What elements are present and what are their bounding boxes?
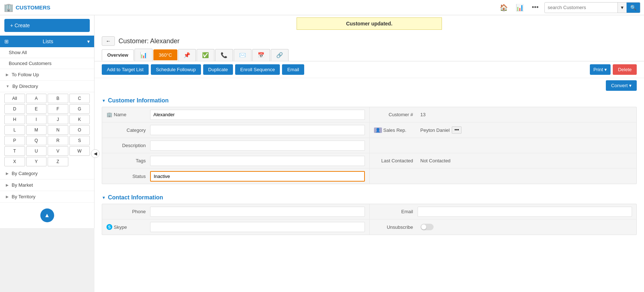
duplicate-button[interactable]: Duplicate <box>203 64 233 75</box>
sidebar-item-by-category[interactable]: By Category <box>0 168 94 179</box>
phone-input[interactable] <box>150 207 365 217</box>
enroll-sequence-button[interactable]: Enroll Sequence <box>235 64 280 75</box>
chart-button[interactable]: 📊 <box>514 3 526 12</box>
dir-btn-all[interactable]: All <box>4 94 25 103</box>
email-input[interactable] <box>418 207 632 217</box>
dir-btn-r[interactable]: R <box>48 136 68 145</box>
dir-btn-s[interactable]: S <box>69 136 90 145</box>
sidebar-item-by-directory[interactable]: By Directory <box>0 81 94 92</box>
back-button[interactable]: ← <box>102 36 115 46</box>
dir-btn-n[interactable]: N <box>48 125 68 135</box>
directory-grid: All A B C D E F G H I J K L M N O P <box>0 92 94 168</box>
dir-btn-h[interactable]: H <box>4 115 25 124</box>
more-button[interactable]: ••• <box>530 3 541 12</box>
action-bar: Add to Target List Schedule Followup Dup… <box>94 61 644 78</box>
sidebar-lists-label: Lists <box>43 38 53 44</box>
customer-info-grid: 🏢 Name Customer # 13 Category <box>102 107 637 184</box>
sidebar-lists-section[interactable]: ⊞ Lists ▾ <box>0 36 94 47</box>
sidebar-item-bounced[interactable]: Bounced Customers <box>0 58 94 69</box>
customer-info-title[interactable]: Customer Information <box>102 93 637 107</box>
dir-btn-m[interactable]: M <box>26 125 47 135</box>
add-to-target-button[interactable]: Add to Target List <box>102 64 149 75</box>
email-button[interactable]: Email <box>282 64 304 75</box>
phone-left-col: Phone <box>102 204 369 219</box>
tags-label: Tags <box>106 158 150 163</box>
tab-overview[interactable]: Overview <box>102 49 134 61</box>
tab-phone[interactable]: 📞 <box>215 49 233 61</box>
dir-btn-v[interactable]: V <box>48 146 68 156</box>
customer-information-section: Customer Information 🏢 Name Customer # 1… <box>94 93 644 190</box>
dir-btn-e[interactable]: E <box>26 104 47 114</box>
sidebar-collapse-button[interactable]: ◀ <box>91 149 100 158</box>
tab-chart[interactable]: 📊 <box>134 49 153 61</box>
sales-rep-name: Peyton Daniel <box>420 127 450 133</box>
contact-information-section: Contact Information Phone Email <box>94 190 644 241</box>
status-input[interactable] <box>150 171 365 182</box>
dir-btn-j[interactable]: J <box>48 115 68 124</box>
unsubscribe-toggle-control[interactable] <box>420 224 434 230</box>
tabs-bar: Overview 📊 360°C 📌 ✅ 📞 ✉️ 📅 🔗 <box>94 46 644 61</box>
name-row: 🏢 Name Customer # 13 <box>102 107 636 122</box>
tab-360[interactable]: 360°C <box>153 49 177 60</box>
schedule-followup-button[interactable]: Schedule Followup <box>151 64 201 75</box>
sales-rep-more-button[interactable]: ••• <box>452 126 462 134</box>
status-right-col <box>369 169 637 184</box>
skype-label: S Skype <box>106 224 150 230</box>
page-header: ← Customer: Alexander <box>94 32 644 46</box>
dir-btn-d[interactable]: D <box>4 104 25 114</box>
dir-btn-z[interactable]: Z <box>48 157 68 166</box>
convert-bar: Convert ▾ <box>94 78 644 93</box>
dir-btn-x[interactable]: X <box>4 157 25 166</box>
unsubscribe-right-col: Unsubscribe <box>369 219 637 235</box>
skype-input[interactable] <box>150 222 365 232</box>
dir-btn-f[interactable]: F <box>48 104 68 114</box>
dir-btn-c[interactable]: C <box>69 94 90 103</box>
dir-btn-y[interactable]: Y <box>26 157 47 166</box>
description-right-col <box>369 138 637 153</box>
dir-btn-w[interactable]: W <box>69 146 90 156</box>
tab-mail[interactable]: ✉️ <box>234 49 251 61</box>
category-input[interactable] <box>150 125 365 135</box>
skype-left-col: S Skype <box>102 219 369 235</box>
delete-button[interactable]: Delete <box>613 64 637 75</box>
dir-btn-p[interactable]: P <box>4 136 25 145</box>
tab-calendar[interactable]: 📅 <box>252 49 270 61</box>
dir-btn-i[interactable]: I <box>26 115 47 124</box>
tab-check[interactable]: ✅ <box>197 49 214 61</box>
sidebar-item-by-market[interactable]: By Market <box>0 179 94 191</box>
search-bar: ▼ 🔍 <box>544 2 640 13</box>
dir-btn-t[interactable]: T <box>4 146 25 156</box>
name-left-col: 🏢 Name <box>102 107 369 122</box>
dir-btn-q[interactable]: Q <box>26 136 47 145</box>
search-dropdown-button[interactable]: ▼ <box>617 3 627 13</box>
search-input[interactable] <box>545 5 617 10</box>
main-layout: + Create ⊞ Lists ▾ Show All Bounced Cust… <box>0 15 644 292</box>
sidebar-item-by-territory[interactable]: By Territory <box>0 191 94 203</box>
search-submit-button[interactable]: 🔍 <box>627 3 640 13</box>
dir-btn-o[interactable]: O <box>69 125 90 135</box>
tab-link[interactable]: 🔗 <box>271 49 289 61</box>
app-logo: 🏢 CUSTOMERS <box>4 3 51 12</box>
dir-btn-u[interactable]: U <box>26 146 47 156</box>
dir-btn-k[interactable]: K <box>69 115 90 124</box>
phone-label: Phone <box>106 209 150 214</box>
home-button[interactable]: 🏠 <box>498 3 510 12</box>
dir-btn-a[interactable]: A <box>26 94 47 103</box>
tab-pin[interactable]: 📌 <box>178 49 196 61</box>
sidebar-item-follow-up[interactable]: To Follow Up <box>0 69 94 81</box>
tags-input[interactable] <box>150 156 365 166</box>
main-content: Customer updated. ← Customer: Alexander … <box>94 15 644 292</box>
sidebar-item-show-all[interactable]: Show All <box>0 47 94 58</box>
dir-btn-g[interactable]: G <box>69 104 90 114</box>
contact-info-title[interactable]: Contact Information <box>102 190 637 204</box>
description-input[interactable] <box>150 141 365 151</box>
create-button[interactable]: + Create <box>4 19 90 32</box>
status-row: Status <box>102 169 636 184</box>
name-input[interactable] <box>150 110 365 120</box>
dir-btn-l[interactable]: L <box>4 125 25 135</box>
app-title: CUSTOMERS <box>16 4 51 11</box>
convert-button[interactable]: Convert ▾ <box>606 80 637 91</box>
dir-btn-b[interactable]: B <box>48 94 68 103</box>
print-button[interactable]: Print ▾ <box>590 64 611 75</box>
scroll-up-button[interactable]: ▲ <box>40 208 54 222</box>
